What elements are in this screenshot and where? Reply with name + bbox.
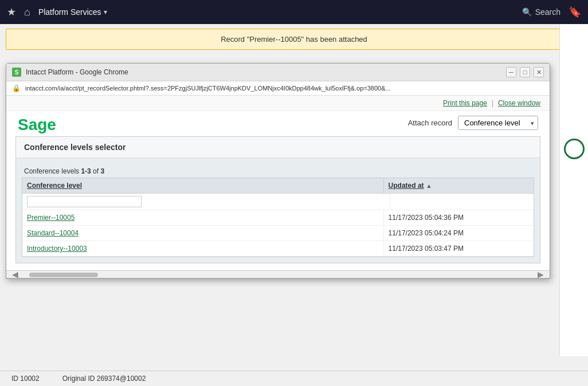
notification-banner: Record "Premier--10005" has been attache…	[6, 29, 582, 50]
scroll-thumb[interactable]	[29, 273, 98, 277]
results-table: Conference level Updated at ▲	[22, 178, 534, 257]
id-label: ID 10002	[11, 375, 40, 383]
chevron-down-icon[interactable]: ▾	[104, 8, 107, 16]
cell-updated-at-3: 11/17/2023 05:03:47 PM	[384, 241, 534, 256]
conference-level-filter-input[interactable]	[27, 196, 142, 207]
page-content: Print this page | Close window Sage Atta…	[6, 96, 550, 278]
table-row: Premier--10005 11/17/2023 05:04:36 PM	[22, 210, 534, 226]
cell-updated-at-1: 11/17/2023 05:04:36 PM	[384, 210, 534, 225]
browser-addressbar: 🔒 intacct.com/ia/acct/pt_recordSelector.…	[6, 81, 550, 96]
cell-updated-at-2: 11/17/2023 05:04:24 PM	[384, 226, 534, 241]
conference-levels-selector: Conference levels selector Conference le…	[15, 136, 540, 263]
close-button[interactable]: ✕	[534, 67, 544, 77]
attach-record-label: Attach record	[408, 119, 452, 127]
star-icon[interactable]: ★	[7, 6, 16, 18]
app-bar: ★ ⌂ Platform Services ▾ 🔍 Search 🔖	[0, 0, 588, 24]
app-title: Platform Services	[38, 7, 101, 17]
results-total: 3	[100, 167, 104, 175]
maximize-button[interactable]: □	[520, 67, 530, 77]
filter-cell-conference-level	[22, 194, 390, 210]
circle-decoration	[564, 139, 585, 159]
table-filter-row	[22, 194, 534, 210]
right-panel	[559, 24, 588, 356]
original-id-label: Original ID 269374@10002	[62, 375, 146, 383]
sage-logo: Sage	[18, 116, 56, 134]
horizontal-scrollbar[interactable]: ◀ ▶	[6, 270, 550, 278]
browser-favicon: S	[12, 68, 21, 77]
results-of: of	[91, 167, 101, 175]
column-header-conference-level[interactable]: Conference level	[22, 178, 384, 193]
separator: |	[492, 99, 493, 107]
table-row: Standard--10004 11/17/2023 05:04:24 PM	[22, 226, 534, 241]
results-range: 1-3	[81, 167, 91, 175]
filter-cell-empty	[390, 194, 534, 210]
browser-window: S Intacct Platform - Google Chrome ─ □ ✕…	[6, 63, 550, 279]
cell-conference-level-3: Introductory--10003	[22, 241, 384, 256]
footer-id-bar: ID 10002 Original ID 269374@10002	[0, 371, 588, 386]
browser-controls: ─ □ ✕	[506, 67, 544, 77]
search-label: Search	[535, 7, 560, 17]
sort-ascending-icon: ▲	[426, 183, 432, 189]
search-button[interactable]: 🔍 Search	[522, 7, 560, 17]
print-link[interactable]: Print this page	[443, 99, 487, 107]
conference-level-link-2[interactable]: Standard--10004	[27, 229, 79, 237]
attach-record-select[interactable]: Conference level	[458, 116, 538, 130]
original-id-value: 269374@10002	[97, 375, 146, 383]
search-icon: 🔍	[522, 7, 532, 17]
close-window-link[interactable]: Close window	[498, 99, 540, 107]
page-top-bar: Print this page | Close window	[6, 96, 550, 111]
selector-inner: Conference levels 1-3 of 3 Conference le…	[16, 158, 540, 263]
minimize-button[interactable]: ─	[506, 67, 516, 77]
column-header-updated-at[interactable]: Updated at ▲	[384, 178, 534, 193]
browser-title: Intacct Platform - Google Chrome	[26, 68, 128, 76]
cell-conference-level-1: Premier--10005	[22, 210, 384, 225]
results-header: Conference levels 1-3 of 3	[22, 164, 534, 178]
notification-message: Record "Premier--10005" has been attache…	[221, 35, 367, 44]
scroll-right-button[interactable]: ▶	[538, 270, 544, 279]
cell-conference-level-2: Standard--10004	[22, 226, 384, 241]
bookmark-icon[interactable]: 🔖	[569, 6, 581, 18]
home-icon[interactable]: ⌂	[24, 6, 30, 18]
browser-titlebar: S Intacct Platform - Google Chrome ─ □ ✕	[6, 64, 550, 81]
attach-record-bar: Attach record Conference level ▾	[408, 116, 538, 130]
scroll-left-button[interactable]: ◀	[12, 270, 18, 279]
lock-icon: 🔒	[12, 84, 21, 92]
browser-titlebar-left: S Intacct Platform - Google Chrome	[12, 68, 128, 77]
attach-record-select-wrapper: Conference level ▾	[458, 116, 538, 130]
table-header-row: Conference level Updated at ▲	[22, 178, 534, 194]
conference-level-link-1[interactable]: Premier--10005	[27, 214, 75, 222]
conference-level-link-3[interactable]: Introductory--10003	[27, 245, 87, 253]
results-prefix: Conference levels	[24, 167, 81, 175]
table-row: Introductory--10003 11/17/2023 05:03:47 …	[22, 241, 534, 257]
selector-title: Conference levels selector	[16, 137, 540, 158]
url-text: intacct.com/ia/acct/pt_recordSelector.ph…	[25, 85, 544, 92]
id-value: 10002	[20, 375, 39, 383]
